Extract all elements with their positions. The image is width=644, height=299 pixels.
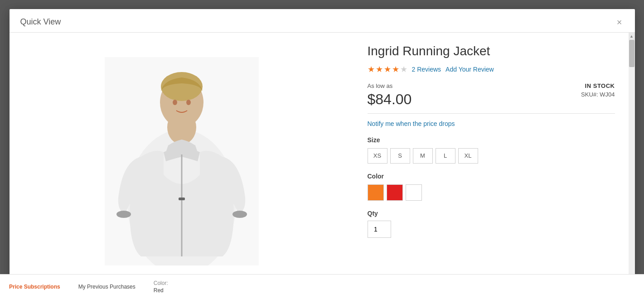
previous-purchases-label: My Previous Purchases bbox=[78, 284, 136, 290]
qty-input[interactable] bbox=[368, 221, 391, 238]
qty-label: Qty bbox=[368, 210, 615, 217]
star-1: ★ bbox=[368, 64, 375, 74]
product-image-svg bbox=[105, 57, 259, 265]
size-options: XS S M L XL bbox=[368, 148, 615, 164]
color-option-label: Color bbox=[368, 173, 615, 180]
as-low-as-label: As low as bbox=[368, 82, 412, 89]
svg-point-4 bbox=[116, 211, 131, 218]
svg-point-5 bbox=[232, 211, 247, 218]
add-review-link[interactable]: Add Your Review bbox=[445, 66, 494, 73]
color-value: Red bbox=[154, 287, 168, 294]
product-image bbox=[14, 53, 349, 270]
color-swatch-red[interactable] bbox=[387, 184, 403, 201]
product-image-panel bbox=[10, 33, 354, 290]
svg-point-8 bbox=[161, 72, 203, 101]
scroll-track[interactable] bbox=[629, 40, 635, 283]
svg-point-10 bbox=[186, 100, 191, 105]
color-options bbox=[368, 184, 615, 201]
star-rating: ★ ★ ★ ★ ★ bbox=[368, 64, 407, 74]
quick-view-modal: Quick View × bbox=[10, 9, 635, 290]
product-price: $84.00 bbox=[368, 91, 412, 108]
page-bottom-bar: Price Subscriptions My Previous Purchase… bbox=[0, 274, 644, 299]
price-subscriptions-label: Price Subscriptions bbox=[9, 284, 60, 290]
size-xs[interactable]: XS bbox=[368, 148, 387, 164]
price-subscriptions-item: Price Subscriptions bbox=[9, 284, 60, 290]
color-swatch-orange[interactable] bbox=[368, 184, 384, 201]
price-divider bbox=[368, 113, 615, 114]
size-m[interactable]: M bbox=[413, 148, 433, 164]
scroll-thumb bbox=[629, 40, 634, 67]
size-option-label: Size bbox=[368, 136, 615, 144]
qty-section: Qty bbox=[368, 210, 615, 238]
modal-body: Ingrid Running Jacket ★ ★ ★ ★ ★ 2 Review… bbox=[10, 33, 635, 290]
modal-title: Quick View bbox=[20, 17, 61, 27]
rating-row: ★ ★ ★ ★ ★ 2 Reviews Add Your Review bbox=[368, 64, 615, 74]
previous-purchases-item: My Previous Purchases bbox=[78, 284, 136, 290]
sku-label: SKU#: bbox=[581, 91, 598, 98]
modal-header: Quick View × bbox=[10, 9, 635, 33]
star-5: ★ bbox=[400, 64, 407, 74]
color-label: Color: bbox=[154, 280, 168, 286]
notify-price-drop-link[interactable]: Notify me when the price drops bbox=[368, 120, 615, 127]
stock-sku-block: IN STOCK SKU#: WJ04 bbox=[581, 82, 615, 98]
svg-rect-3 bbox=[179, 198, 185, 200]
color-info-item: Color: Red bbox=[154, 280, 168, 294]
color-swatch-white[interactable] bbox=[406, 184, 422, 201]
sku-value: WJ04 bbox=[600, 91, 615, 98]
size-xl[interactable]: XL bbox=[458, 148, 478, 164]
size-s[interactable]: S bbox=[390, 148, 410, 164]
vertical-scrollbar: ▲ ▼ bbox=[629, 33, 635, 290]
sku-info: SKU#: WJ04 bbox=[581, 91, 615, 98]
svg-point-9 bbox=[173, 100, 177, 105]
close-button[interactable]: × bbox=[615, 18, 624, 27]
star-4: ★ bbox=[392, 64, 399, 74]
scroll-up-arrow[interactable]: ▲ bbox=[629, 33, 635, 40]
modal-overlay: Quick View × bbox=[0, 0, 644, 299]
reviews-count-link[interactable]: 2 Reviews bbox=[412, 66, 441, 73]
product-name: Ingrid Running Jacket bbox=[368, 43, 615, 59]
product-details-panel: Ingrid Running Jacket ★ ★ ★ ★ ★ 2 Review… bbox=[354, 33, 629, 290]
size-l[interactable]: L bbox=[436, 148, 455, 164]
stock-status: IN STOCK bbox=[581, 82, 615, 89]
star-2: ★ bbox=[376, 64, 383, 74]
price-stock-row: As low as $84.00 IN STOCK SKU#: WJ04 bbox=[368, 82, 615, 108]
star-3: ★ bbox=[384, 64, 391, 74]
price-block: As low as $84.00 bbox=[368, 82, 412, 108]
